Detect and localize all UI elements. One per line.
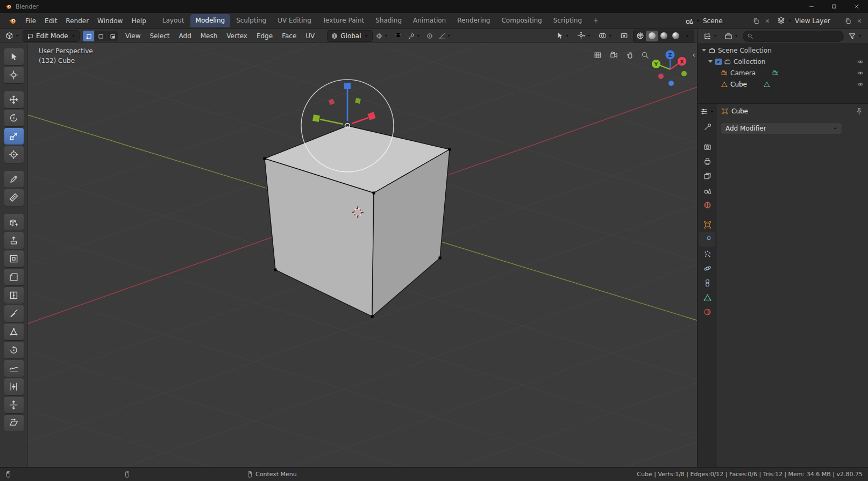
tool-rotate[interactable] <box>4 110 24 126</box>
toggle-grid-button[interactable] <box>590 48 604 62</box>
disclosure-triangle-icon[interactable] <box>708 60 713 63</box>
remove-view-layer-button[interactable] <box>855 17 864 25</box>
outliner-row-camera[interactable]: Camera <box>698 67 868 78</box>
tool-shear[interactable] <box>4 415 24 432</box>
snap-toggle-button[interactable] <box>392 31 404 41</box>
tool-cursor[interactable] <box>4 67 24 83</box>
menu-vertex[interactable]: Vertex <box>223 31 251 41</box>
breadcrumb-object-name[interactable]: Cube <box>731 107 748 115</box>
nav-axis-neg-x-ball[interactable] <box>658 74 664 79</box>
tool-bevel[interactable] <box>4 269 24 285</box>
tab-output[interactable] <box>699 154 715 169</box>
menu-add[interactable]: Add <box>175 31 195 41</box>
workspace-tab-compositing[interactable]: Compositing <box>496 14 547 27</box>
scene-name[interactable]: Scene <box>703 17 749 25</box>
workspace-tab-layout[interactable]: Layout <box>157 14 190 27</box>
collection-checkbox[interactable] <box>715 59 722 65</box>
tool-knife[interactable] <box>4 305 24 322</box>
outliner-display-mode-dropdown[interactable] <box>722 31 741 41</box>
sidebar-toggle-arrow[interactable]: ‹ <box>692 51 695 59</box>
tool-transform[interactable] <box>4 146 24 163</box>
tool-inset-faces[interactable] <box>4 250 24 267</box>
view-layer-name[interactable]: View Layer <box>795 17 841 25</box>
add-workspace-button[interactable]: + <box>588 14 604 27</box>
tool-annotate[interactable] <box>4 171 24 188</box>
outliner-row-cube[interactable]: Cube <box>698 78 868 90</box>
gizmo-plane-x-handle[interactable] <box>329 99 335 105</box>
proportional-falloff-dropdown[interactable] <box>437 32 453 40</box>
minimize-button[interactable] <box>800 0 823 13</box>
menu-render[interactable]: Render <box>61 15 93 27</box>
tool-select-box[interactable] <box>4 48 24 65</box>
outliner-item-label[interactable]: Collection <box>734 58 765 66</box>
blender-menu-button[interactable] <box>4 15 21 27</box>
chevron-down-icon[interactable] <box>696 19 700 23</box>
properties-editor-type-button[interactable] <box>698 106 716 117</box>
editor-type-button[interactable] <box>3 31 22 41</box>
mode-dropdown[interactable]: Edit Mode <box>23 31 79 41</box>
tab-active-tool[interactable] <box>699 120 715 134</box>
menu-help[interactable]: Help <box>127 15 150 27</box>
visibility-eye-icon[interactable] <box>857 81 864 88</box>
pivot-point-dropdown[interactable] <box>374 32 390 40</box>
workspace-tab-shading[interactable]: Shading <box>370 14 407 27</box>
tab-object-data[interactable] <box>699 290 715 305</box>
gizmo-x-handle[interactable] <box>367 112 375 120</box>
tab-view-layer[interactable] <box>699 169 715 183</box>
view-layer-icon[interactable] <box>777 17 785 25</box>
tab-render[interactable] <box>699 140 715 154</box>
tool-loop-cut[interactable] <box>4 287 24 304</box>
tool-edge-slide[interactable] <box>4 378 24 395</box>
workspace-tab-sculpting[interactable]: Sculpting <box>231 14 272 27</box>
outliner-filter-button[interactable] <box>846 31 864 41</box>
gizmos-toggle[interactable] <box>575 31 593 41</box>
workspace-tab-modeling[interactable]: Modeling <box>190 14 231 27</box>
menu-edge[interactable]: Edge <box>253 31 276 41</box>
visibility-eye-icon[interactable] <box>857 59 864 65</box>
tab-object[interactable] <box>699 218 715 232</box>
tab-scene[interactable] <box>699 183 715 198</box>
object-type-visibility-dropdown[interactable] <box>553 31 572 41</box>
menu-file[interactable]: File <box>21 15 40 27</box>
tool-smooth[interactable] <box>4 360 24 377</box>
vertex-select-button[interactable] <box>83 31 94 41</box>
outliner-row-scene-collection[interactable]: Scene Collection <box>698 45 868 56</box>
disclosure-triangle-icon[interactable] <box>702 49 706 52</box>
snap-target-dropdown[interactable] <box>406 32 423 40</box>
tool-add-cube[interactable] <box>4 214 24 231</box>
outliner-row-collection[interactable]: Collection <box>698 56 868 67</box>
tool-spin[interactable] <box>4 342 24 358</box>
shading-options-dropdown[interactable] <box>681 31 693 41</box>
new-scene-button[interactable] <box>752 17 760 25</box>
nav-axis-neg-z-ball[interactable] <box>668 81 674 86</box>
new-view-layer-button[interactable] <box>844 17 852 25</box>
chevron-down-icon[interactable] <box>788 19 792 23</box>
menu-uv[interactable]: UV <box>302 31 318 41</box>
gizmo-z-handle[interactable] <box>344 83 351 89</box>
gizmo-y-handle[interactable] <box>312 114 320 122</box>
outliner-search-input[interactable] <box>743 31 843 41</box>
workspace-tab-animation[interactable]: Animation <box>408 14 451 27</box>
outliner-item-label[interactable]: Cube <box>730 81 747 88</box>
menu-select[interactable]: Select <box>146 31 173 41</box>
close-button[interactable] <box>845 0 868 13</box>
unlink-scene-button[interactable] <box>763 17 772 25</box>
menu-mesh[interactable]: Mesh <box>197 31 222 41</box>
outliner-item-label[interactable]: Scene Collection <box>718 47 772 54</box>
shading-material-button[interactable] <box>658 31 670 41</box>
transform-orientation-dropdown[interactable]: Global <box>328 31 372 41</box>
scene-icon[interactable] <box>685 17 693 25</box>
zoom-view-button[interactable] <box>638 48 652 62</box>
tool-scale[interactable] <box>4 128 24 145</box>
shading-wireframe-button[interactable] <box>634 31 646 41</box>
mesh-data-icon[interactable] <box>764 81 770 88</box>
add-modifier-dropdown[interactable]: Add Modifier <box>721 123 842 134</box>
visibility-eye-icon[interactable] <box>857 70 864 76</box>
workspace-tab-texture-paint[interactable]: Texture Paint <box>317 14 369 27</box>
tool-shrink-fatten[interactable] <box>4 397 24 413</box>
nav-axis-neg-y-ball[interactable] <box>681 71 687 76</box>
proportional-editing-toggle[interactable] <box>424 32 435 40</box>
outliner-item-label[interactable]: Camera <box>730 69 756 77</box>
workspace-tab-rendering[interactable]: Rendering <box>452 14 495 27</box>
tab-world[interactable] <box>699 198 715 212</box>
